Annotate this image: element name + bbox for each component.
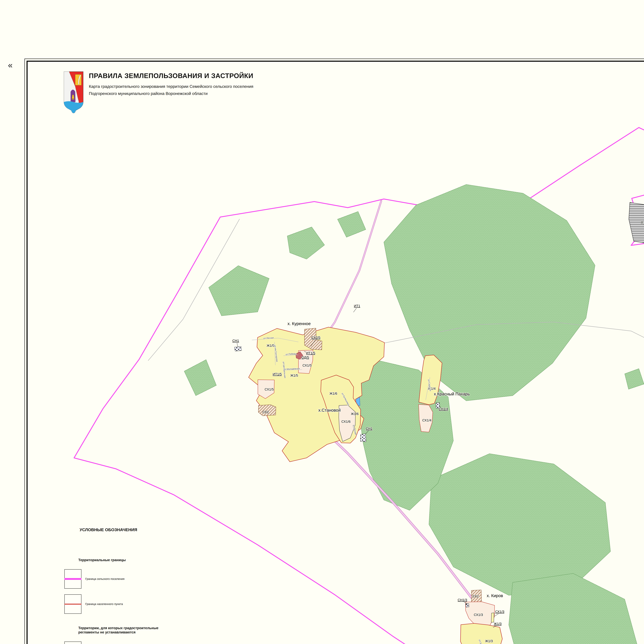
wavy-base bbox=[64, 101, 83, 113]
legend-item-label: Граница населенного пункта bbox=[85, 602, 123, 606]
legend-item-white: Сельскохозяйственные угодья в составе зе… bbox=[64, 642, 291, 644]
legend-item-label: Граница сельского поселения bbox=[85, 577, 124, 581]
legend-item-line-magenta: Граница сельского поселения bbox=[64, 569, 291, 589]
legend-swatch-white bbox=[64, 642, 81, 644]
legend-item-line-red: Граница населенного пункта bbox=[64, 594, 291, 614]
legend-swatch-line-magenta bbox=[64, 569, 81, 589]
legend-heading: УСЛОВНЫЕ ОБОЗНАЧЕНИЯ bbox=[80, 527, 291, 532]
legend: УСЛОВНЫЕ ОБОЗНАЧЕНИЯ Территориальные гра… bbox=[64, 527, 291, 644]
legend-swatch-line-red bbox=[64, 594, 81, 614]
coat-of-arms bbox=[63, 71, 84, 114]
legend-section-heading: Территории, для которых градостроительны… bbox=[78, 626, 291, 634]
map-subtitle-line2: Подгоренского муниципального района Воро… bbox=[89, 90, 253, 97]
map-subtitle-line1: Карта градостроительного зонирования тер… bbox=[89, 83, 253, 90]
legend-section-heading: Территориальные границы bbox=[78, 558, 291, 562]
page-title: ПРАВИЛА ЗЕМЛЕПОЛЬЗОВАНИЯ И ЗАСТРОЙКИ bbox=[89, 72, 253, 80]
